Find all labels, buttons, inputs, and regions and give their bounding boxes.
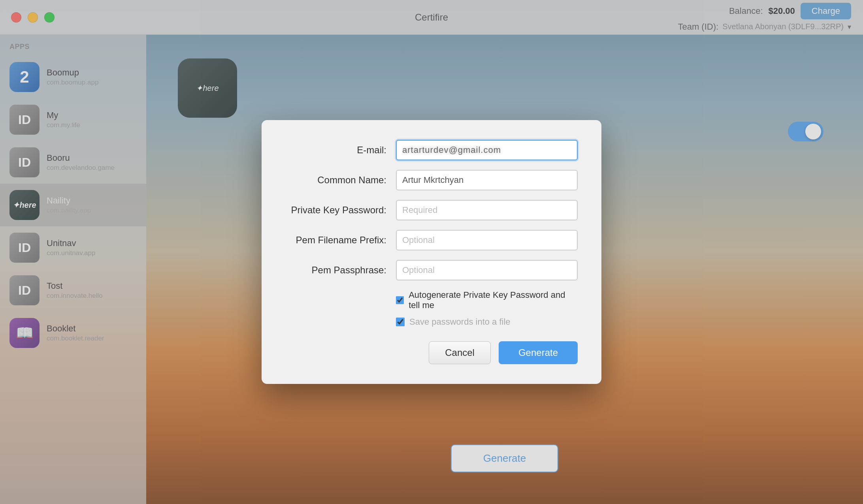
email-row: E-mail: [285,140,578,160]
modal-buttons: Cancel Generate [285,341,578,364]
pem-passphrase-label: Pem Passphrase: [285,265,396,276]
autogenerate-label: Autogenerate Private Key Password and te… [409,290,578,310]
save-passwords-checkbox[interactable] [396,318,405,326]
email-input[interactable] [396,140,578,160]
save-passwords-row: Save passwords into a file [396,317,578,327]
common-name-input[interactable] [396,170,578,190]
pem-passphrase-input[interactable] [396,260,578,280]
pem-filename-label: Pem Filename Prefix: [285,235,396,246]
cancel-button[interactable]: Cancel [429,341,491,364]
save-passwords-label: Save passwords into a file [409,317,511,327]
private-key-row: Private Key Password: [285,200,578,220]
pem-filename-input[interactable] [396,230,578,250]
common-name-row: Common Name: [285,170,578,190]
private-key-input[interactable] [396,200,578,220]
private-key-label: Private Key Password: [285,205,396,216]
generate-modal: E-mail: Common Name: Private Key Passwor… [262,120,601,384]
generate-button[interactable]: Generate [499,341,578,364]
email-label: E-mail: [285,145,396,156]
autogenerate-row: Autogenerate Private Key Password and te… [396,290,578,310]
pem-passphrase-row: Pem Passphrase: [285,260,578,280]
autogenerate-checkbox[interactable] [396,296,404,305]
common-name-label: Common Name: [285,175,396,186]
pem-filename-row: Pem Filename Prefix: [285,230,578,250]
modal-overlay: E-mail: Common Name: Private Key Passwor… [0,0,863,504]
